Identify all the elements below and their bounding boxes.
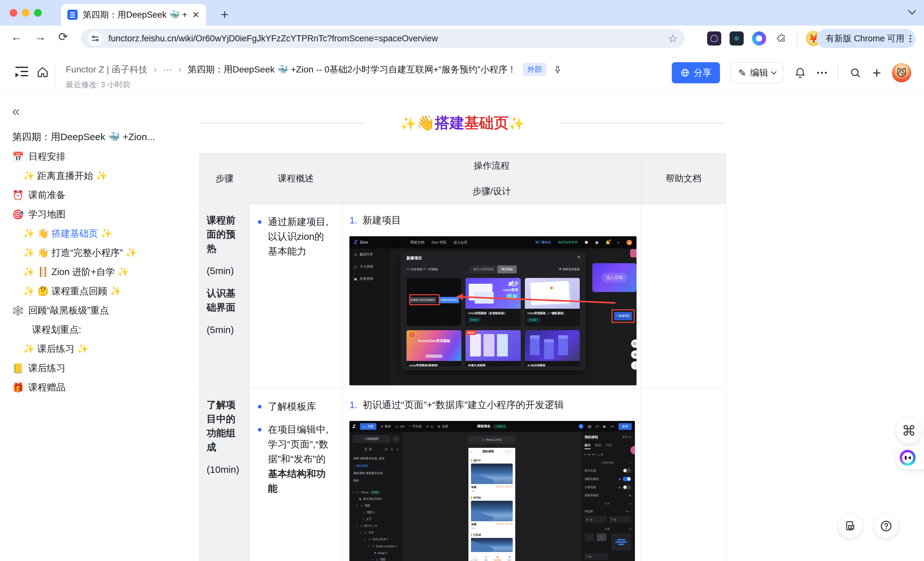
table-row1-step-cell: 课程前面的预热 (5min) 认识基础界面 (5min) — [200, 204, 250, 389]
address-bar[interactable]: functorz.feishu.cn/wiki/Or60wYjD0ieFgJkY… — [81, 29, 685, 48]
sidebar-item-full-miniapp[interactable]: ✨ 👋 打造“完整小程序” ✨ — [0, 243, 184, 263]
home-icon[interactable] — [36, 66, 50, 79]
col-header-step: 步骤 — [200, 153, 250, 204]
title-rule-left — [199, 123, 365, 123]
reload-button[interactable]: ⟳ — [58, 30, 68, 43]
sidebar-item-gifts[interactable]: 🎁课程赠品 — [0, 378, 184, 397]
github-icon: ◉ — [595, 240, 598, 245]
breadcrumb-doc-title[interactable]: 第四期：用DeepSeek 🐳 +Zion -- 0基础2小时学习自建互联网+“… — [188, 63, 516, 76]
header-divider — [55, 60, 56, 86]
ai-assistant-button[interactable] — [896, 446, 924, 469]
sidebar-item-countdown[interactable]: ✨ 距离直播开始 ✨ — [0, 166, 184, 186]
sidebar-item-homework-sub[interactable]: ✨ 课后练习 ✨ — [0, 340, 184, 359]
badge-decoration — [630, 249, 636, 257]
comments-button[interactable] — [838, 514, 862, 538]
toggle-sidebar-icon[interactable] — [15, 67, 28, 78]
zion-topbar: Z Zion 帮助文档 Zion 学院 进入社区 推广赚佣金 购买技术咨询 ⬢ … — [350, 236, 636, 248]
breadcrumb-space[interactable]: Functor Z | 函子科技 — [66, 63, 148, 76]
site-settings-icon[interactable] — [88, 31, 103, 46]
toggle-share-info — [623, 485, 631, 489]
sidebar-item-learning-map[interactable]: 🎯学习地图 — [0, 205, 184, 224]
chevron-down-icon — [771, 69, 777, 75]
add-component-button: + 添加组件 — [352, 435, 390, 443]
zion-promo-consult: 购买技术咨询 — [558, 240, 578, 245]
more-templates-link: 🗇 需要更多模板 — [559, 267, 580, 272]
sidebar-item-preparation[interactable]: ⏰课前准备 — [0, 186, 184, 205]
tab-title: 第四期：用DeepSeek 🐳 +Zion — [83, 9, 187, 21]
bell-icon: 🔔 — [605, 240, 610, 245]
table-row2-help-cell — [641, 389, 726, 561]
new-tab-button[interactable]: + — [221, 7, 229, 22]
editor-tab-ai: ✦AI — [426, 425, 433, 428]
sidebar-item-zion-advanced[interactable]: ✨ 🪜 Zion 进阶+自学 ✨ — [0, 263, 184, 282]
bookmark-star-icon[interactable]: ☆ — [668, 32, 678, 45]
chrome-update-pill[interactable]: 有新版 Chrome 可用 — [816, 29, 916, 48]
modal-title: 新建项目 — [406, 256, 422, 261]
editor-tab-pages: ▭页面 — [360, 423, 376, 430]
title-rule-right — [560, 123, 726, 123]
template-card-coze-oneclick: ◆ Coze变现模板（一键配置版） 专业版+ — [525, 278, 580, 326]
editor-topbar: Z ▭页面 ≋数据 ⬡API ⑂行为流 ✦AI ⚙设置 课程报名小程序 ▾ ▤ … — [350, 421, 635, 432]
apps-launcher-button[interactable]: ⌘ — [896, 417, 922, 444]
zion-logo: Z — [352, 424, 356, 429]
toolbar-divider — [797, 31, 798, 45]
sidebar-item-homework[interactable]: 📒课后练习 — [0, 359, 184, 378]
tab-close-icon[interactable]: ✕ — [192, 10, 200, 20]
table-row2-overview-cell: 了解模板库 在项目编辑中, 学习“页面”,“数据”和“发布”的基本结构和功能 — [250, 389, 342, 561]
edit-button[interactable]: ✎ 编辑 — [731, 62, 783, 83]
back-button[interactable]: ← — [11, 30, 22, 43]
editor-canvas: ▯Phone (375) ‹我的课程 进行中 标题开始日期 - 结束日期描述 未… — [403, 432, 580, 561]
annotation-redbox-new-project — [612, 309, 634, 323]
component-tree: ▾▢Phone主界面 ▣微信顶部导航栏 ▾▢视图 ▢视图 2 T文字 ▾A进行中… — [350, 489, 403, 561]
sidebar-item-schedule[interactable]: 📅日程安排 — [0, 147, 184, 166]
modal-close-icon: ✕ — [577, 255, 580, 259]
react-devtools-extension-icon[interactable]: ⚛ — [730, 31, 744, 45]
create-new-icon[interactable]: + — [872, 64, 881, 81]
publish-button: 发布 — [619, 423, 632, 430]
close-window-button[interactable] — [10, 9, 17, 16]
apps-grid-icon: ⌘ — [902, 422, 916, 439]
browser-tab[interactable]: 第四期：用DeepSeek 🐳 +Zion ✕ — [61, 4, 206, 25]
notifications-bell-icon[interactable] — [794, 67, 806, 79]
browser-toolbar: ← → ⟳ functorz.feishu.cn/wiki/Or60wYjD0i… — [0, 25, 924, 51]
tab-search-chevron-icon[interactable] — [908, 6, 916, 14]
collapse-sidebar-icon[interactable]: « — [0, 105, 184, 118]
project-name: 课程报名小程序 ▾ — [477, 424, 507, 429]
translate-float-icon: 文A — [631, 340, 636, 348]
breadcrumb-ellipsis[interactable]: ··· — [163, 64, 172, 75]
zion-nav-community: 进入社区 — [453, 240, 468, 245]
browser-tab-strip: 第四期：用DeepSeek 🐳 +Zion ✕ + — [0, 0, 924, 25]
page-item: 我的 — [350, 477, 403, 485]
template-card-coze-multi: 威少coze变现模板 Coze变现模板（多智能体版） 高级版+ — [465, 278, 520, 326]
templates-hint: 🛡 为你准备了一些模板 — [406, 267, 438, 272]
maximize-window-button[interactable] — [34, 9, 42, 16]
sidebar-item-build-base-page[interactable]: ✨ 👋 搭建基础页 ✨ — [0, 224, 184, 243]
last-modified-text: 最近修改: 3 小时前 — [66, 79, 130, 90]
toggle-top-nav — [623, 477, 631, 481]
sidebar-item-highlights[interactable]: 课程划重点: — [0, 320, 184, 340]
preview-play-icon: ▶ — [603, 425, 606, 429]
help-button[interactable] — [874, 514, 898, 538]
minimize-window-button[interactable] — [22, 9, 30, 16]
template-tabs: 微信小程序模板 网页模板 — [470, 265, 517, 274]
sidebar-item-course-review[interactable]: ✨ 🤔 课程重点回顾 ✨ — [0, 282, 184, 301]
forward-button[interactable]: → — [34, 30, 46, 43]
user-avatar[interactable]: 😼 — [892, 63, 911, 82]
header-divider — [838, 66, 838, 79]
search-icon[interactable] — [849, 67, 861, 79]
sidebar-item-doc-title[interactable]: 第四期：用DeepSeek 🐳 +Zion... — [0, 127, 184, 147]
collaborator-avatar — [630, 446, 635, 454]
phone-preview: ‹我的课程 进行中 标题开始日期 - 结束日期描述 未开始 标题开始日期 - 结… — [468, 448, 515, 561]
share-button[interactable]: 分享 — [672, 62, 720, 83]
pin-icon[interactable] — [553, 65, 562, 74]
apple-icon: ⬢ — [585, 240, 588, 245]
extension-icon-1[interactable] — [707, 31, 721, 45]
sidebar-item-key-points[interactable]: 🕸️回顾“敲黑板级”重点 — [0, 301, 184, 320]
more-menu-icon[interactable] — [817, 72, 827, 74]
extension-icon-3[interactable] — [752, 31, 766, 45]
chrome-menu-icon[interactable] — [910, 35, 911, 42]
pencil-icon: ✎ — [738, 67, 746, 79]
extensions-puzzle-icon[interactable] — [774, 31, 789, 45]
url-text: functorz.feishu.cn/wiki/Or60wYjD0ieFgJkY… — [108, 34, 662, 43]
col-header-overview: 课程概述 — [250, 153, 342, 204]
